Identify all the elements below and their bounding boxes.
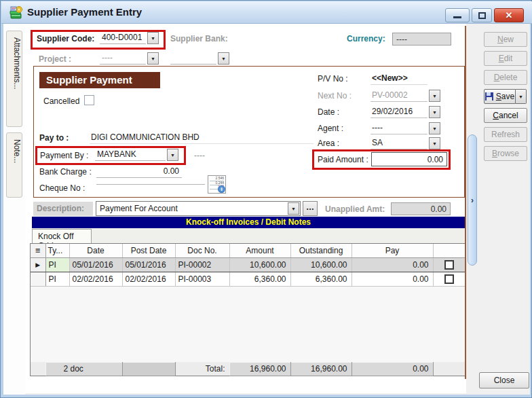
cancelled-checkbox[interactable]	[84, 95, 94, 105]
col-header-amount[interactable]: Amount	[229, 244, 290, 257]
footer-doc-count: 2 doc	[45, 362, 122, 376]
unapplied-amt-label: Unapplied Amt:	[325, 204, 385, 214]
col-header-date[interactable]: Date	[69, 244, 122, 257]
agent-dropdown-icon[interactable]: ▼	[429, 122, 440, 134]
area-label: Area :	[318, 139, 370, 148]
save-button-dropdown-icon[interactable]: ▼	[516, 89, 527, 104]
pay-cell[interactable]: 0.00	[352, 257, 433, 272]
description-value[interactable]: Payment For Account	[96, 204, 288, 213]
edit-button: Edit	[484, 51, 527, 66]
payment-by-combo[interactable]: MAYBANK ▼	[95, 149, 178, 161]
main-form-panel: Supplier Code: 400-D0001 ▼ Supplier Bank…	[25, 24, 466, 393]
knockoff-tab-strip: Knock Off Grid	[32, 228, 465, 243]
splitter-arrow-icon: ›	[471, 196, 474, 205]
col-header-type[interactable]: Ty...	[45, 244, 69, 257]
doc-no-cell[interactable]: PI-00003	[175, 272, 229, 286]
outstanding-cell[interactable]: 6,360.00	[290, 272, 352, 286]
knock-off-grid-tab[interactable]: Knock Off Grid	[32, 229, 92, 243]
currency-field: ----	[392, 33, 451, 46]
row-pointer-cell[interactable]: ▶	[31, 257, 45, 272]
doc-no-cell[interactable]: PI-00002	[175, 257, 229, 272]
delete-button: Delete	[484, 70, 527, 85]
footer-total-outstanding: 16,960.00	[290, 362, 352, 376]
project-value-2[interactable]	[170, 62, 216, 65]
supplier-code-label: Supplier Code:	[37, 34, 94, 43]
post-date-cell[interactable]: 02/02/2016	[122, 272, 175, 286]
titlebar[interactable]: Supplier Payment Entry ✕	[1, 1, 532, 24]
project-dropdown-icon[interactable]: ▼	[147, 52, 159, 65]
pay-checkbox[interactable]	[444, 274, 454, 284]
cancel-button[interactable]: Cancel	[484, 108, 527, 123]
date-label: Date :	[318, 107, 370, 117]
pay-to-label: Pay to :	[39, 133, 69, 143]
description-more-button[interactable]: …	[303, 201, 318, 216]
description-dropdown-icon[interactable]: ▼	[288, 202, 299, 215]
date-cell[interactable]: 05/01/2016	[69, 257, 122, 272]
supplier-code-combo[interactable]: 400-D0001 ▼	[100, 32, 159, 44]
minimize-button[interactable]	[445, 8, 470, 22]
project-label: Project :	[39, 54, 71, 64]
project-combo-2[interactable]: ▼	[170, 52, 229, 65]
date-value[interactable]: 29/02/2016	[370, 106, 428, 118]
grid-menu-icon[interactable]: ≣	[31, 244, 45, 257]
bank-charge-field[interactable]: 0.00	[96, 166, 182, 178]
outstanding-cell[interactable]: 10,600.00	[290, 257, 352, 272]
project-value[interactable]: ----	[100, 52, 146, 65]
table-row[interactable]: ▶PI05/01/201605/01/2016PI-0000210,600.00…	[31, 257, 465, 272]
payment-by-dropdown-icon[interactable]: ▼	[167, 149, 178, 161]
cheque-no-field[interactable]	[96, 182, 205, 185]
pv-no-row: P/V No : <<New>>	[318, 72, 453, 86]
description-combo[interactable]: Payment For Account ▼	[96, 201, 301, 216]
footer-total-pay: 0.00	[352, 362, 433, 376]
date-cell[interactable]: 02/02/2016	[69, 272, 122, 286]
col-header-pay[interactable]: Pay	[352, 244, 433, 257]
payment-by-value[interactable]: MAYBANK	[95, 149, 166, 161]
calculator-icon[interactable]: 2.546 0.244 1+2 i	[208, 175, 226, 194]
col-header-doc-no[interactable]: Doc No.	[175, 244, 229, 257]
pay-cell[interactable]: 0.00	[352, 272, 433, 286]
maximize-button[interactable]	[472, 8, 492, 22]
note-tab[interactable]: Note...	[6, 132, 22, 198]
close-button[interactable]: Close	[479, 372, 529, 388]
paid-amount-field[interactable]: 0.00	[371, 152, 447, 166]
panel-splitter-handle[interactable]: ›	[468, 134, 477, 266]
area-row: Area : SA ▼	[318, 137, 453, 150]
project2-dropdown-icon[interactable]: ▼	[218, 52, 229, 65]
next-no-dropdown-icon[interactable]: ▼	[429, 90, 440, 102]
close-window-button[interactable]: ✕	[494, 8, 524, 22]
supplier-code-dropdown-icon[interactable]: ▼	[147, 32, 159, 44]
amount-cell[interactable]: 6,360.00	[229, 272, 290, 286]
type-cell[interactable]: PI	[45, 257, 69, 272]
grid-footer-row: 2 doc Total: 16,960.00 16,960.00 0.00	[31, 362, 465, 376]
description-label: Description:	[33, 202, 93, 216]
date-dropdown-icon[interactable]: ▼	[429, 106, 440, 118]
next-no-row: Next No : PV-00002 ▼	[318, 89, 453, 103]
attachments-tab[interactable]: Attachments...	[6, 31, 22, 127]
agent-value[interactable]: ----	[370, 122, 428, 134]
post-date-cell[interactable]: 05/01/2016	[122, 257, 175, 272]
maximize-icon	[478, 12, 486, 19]
row-pointer-cell[interactable]	[31, 272, 45, 286]
col-header-post-date[interactable]: Post Date	[122, 244, 175, 257]
grid-empty-area	[31, 286, 465, 362]
save-button[interactable]: Save	[484, 89, 516, 104]
save-button-group: Save▼	[484, 89, 527, 104]
next-no-label: Next No :	[318, 91, 370, 101]
area-value[interactable]: SA	[370, 137, 428, 149]
project-combo[interactable]: ---- ▼	[100, 52, 159, 65]
agent-label: Agent :	[318, 124, 370, 133]
next-no-value: PV-00002	[370, 90, 428, 102]
type-cell[interactable]: PI	[45, 272, 69, 286]
knockoff-grid: ≣ Ty... Date Post Date Doc No. Amount Ou…	[30, 243, 466, 376]
paid-amount-label: Paid Amount :	[318, 155, 368, 164]
supplier-code-value[interactable]: 400-D0001	[100, 32, 146, 44]
amount-cell[interactable]: 10,600.00	[229, 257, 290, 272]
area-dropdown-icon[interactable]: ▼	[429, 137, 440, 149]
pay-checkbox[interactable]	[444, 260, 454, 270]
supplier-payment-entry-window: Supplier Payment Entry ✕ Attachments... …	[0, 0, 532, 398]
pay-to-value: DIGI COMMUNICATION BHD	[90, 132, 314, 144]
knockoff-section-header: Knock-off Invoices / Debit Notes	[32, 217, 465, 228]
left-tab-strip: Attachments... Note...	[3, 24, 25, 395]
table-row[interactable]: PI02/02/201602/02/2016PI-000036,360.006,…	[31, 272, 465, 286]
col-header-outstanding[interactable]: Outstanding	[290, 244, 352, 257]
